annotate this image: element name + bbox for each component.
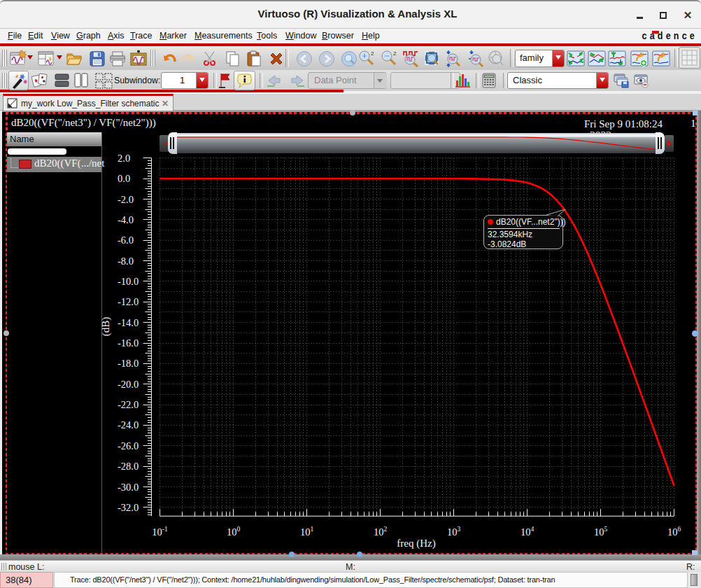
svg-text:2: 2 [371, 50, 374, 57]
svg-text:2: 2 [393, 50, 397, 57]
